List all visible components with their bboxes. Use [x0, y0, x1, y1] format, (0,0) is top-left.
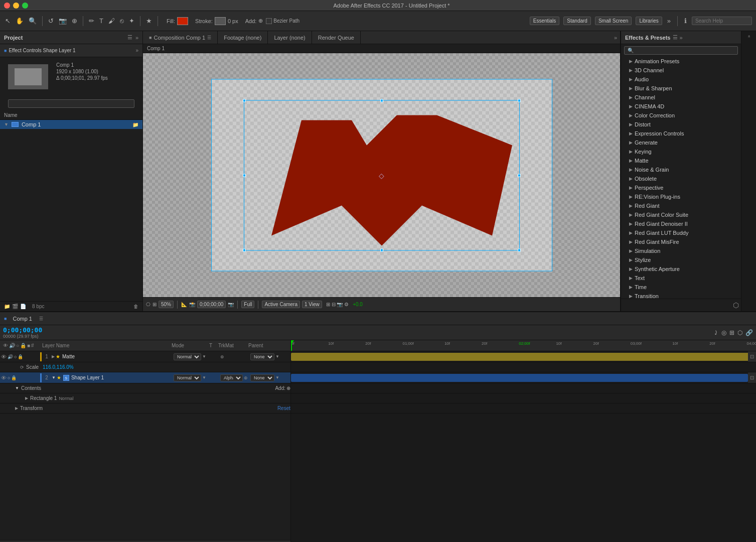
- effects-perspective[interactable]: ▶ Perspective: [621, 183, 741, 192]
- effects-distort[interactable]: ▶ Distort: [621, 120, 741, 129]
- timeline-ctrl-2[interactable]: ◎: [721, 329, 726, 336]
- camera-icon[interactable]: 📷: [228, 302, 234, 307]
- selection-tool-icon[interactable]: ↖: [4, 16, 12, 26]
- timeline-search-input[interactable]: [44, 330, 124, 335]
- effects-expand-icon[interactable]: »: [680, 35, 683, 41]
- pen-tool-icon[interactable]: ✏: [88, 16, 95, 26]
- project-item-comp1[interactable]: ▼ Comp 1 📁: [0, 120, 142, 129]
- effects-red-giant-color-suite[interactable]: ▶ Red Giant Color Suite: [621, 210, 741, 219]
- comp1-folder-icon[interactable]: 📁: [132, 122, 138, 127]
- small-screen-button[interactable]: Small Screen: [595, 17, 632, 25]
- layer1-parent-arrow[interactable]: ▼: [275, 354, 279, 359]
- effects-synthetic-aperture[interactable]: ▶ Synthetic Aperture: [621, 264, 741, 274]
- tab-render-queue[interactable]: Render Queue: [312, 31, 361, 44]
- handle-bottom-right[interactable]: [518, 248, 521, 251]
- effects-stylize[interactable]: ▶ Stylize: [621, 255, 741, 264]
- project-expand-icon[interactable]: »: [135, 35, 138, 41]
- effects-red-giant-misfire[interactable]: ▶ Red Giant MisFire: [621, 237, 741, 246]
- project-new-comp-icon[interactable]: 🎬: [12, 304, 18, 309]
- handle-top-left[interactable]: [243, 99, 246, 102]
- timecode-display[interactable]: 0;00;00;00: [197, 301, 226, 308]
- snap-icon[interactable]: 📐: [181, 302, 187, 307]
- time-display[interactable]: 0;00;00;00: [3, 326, 42, 334]
- layer-row-1[interactable]: 👁 🔊 ○ 🔒 1 ▶ ★ Matte Normal: [0, 351, 290, 362]
- effects-obsolete[interactable]: ▶ Obsolete: [621, 174, 741, 183]
- timeline-ctrl-1[interactable]: ⤸: [713, 329, 718, 336]
- viewer-area[interactable]: ◇: [143, 53, 620, 297]
- handle-bottom-left[interactable]: [243, 248, 246, 251]
- essentials-button[interactable]: Essentials: [530, 17, 560, 25]
- timeline-ctrl-3[interactable]: ⊞: [729, 329, 734, 336]
- text-tool-icon[interactable]: T: [98, 16, 104, 26]
- layer1-mode-arrow[interactable]: ▼: [202, 354, 206, 359]
- layer2-mode-select[interactable]: Normal: [174, 374, 201, 381]
- comp-tab-composition[interactable]: ■ Composition Comp 1 ☰: [143, 31, 218, 44]
- effects-blur-sharpen[interactable]: ▶ Blur & Sharpen: [621, 84, 741, 93]
- layer2-contents-row[interactable]: ▼ Contents Add: ⊕: [0, 383, 290, 393]
- rotate-tool-icon[interactable]: ↺: [47, 16, 55, 26]
- effects-revision-plugins[interactable]: ▶ RE:Vision Plug-ins: [621, 192, 741, 201]
- minimize-button[interactable]: [13, 3, 19, 9]
- workspace-expand-icon[interactable]: »: [666, 16, 672, 26]
- add-plus-icon[interactable]: ⊕: [286, 385, 290, 391]
- timeline-menu-icon[interactable]: ☰: [39, 316, 43, 321]
- effects-simulation[interactable]: ▶ Simulation: [621, 246, 741, 255]
- stamp-tool-icon[interactable]: ⎋: [119, 16, 125, 26]
- layer2-expand[interactable]: ▼: [52, 375, 56, 380]
- layer-row-2[interactable]: 👁 ○ 🔒 2 ▼ ★ S Shape Layer 1 Normal: [0, 372, 290, 383]
- handle-top-center[interactable]: [380, 99, 383, 102]
- puppet-tool-icon[interactable]: ✦: [128, 16, 135, 26]
- handle-top-right[interactable]: [518, 99, 521, 102]
- zoom-dropdown[interactable]: 50%: [159, 301, 174, 308]
- grid-icon[interactable]: ⊞: [153, 302, 157, 307]
- add-icon[interactable]: ⊕: [258, 18, 263, 24]
- standard-button[interactable]: Standard: [563, 17, 591, 25]
- bezier-path-button[interactable]: Bezier Path: [266, 18, 299, 24]
- project-search-input[interactable]: [8, 99, 134, 108]
- layer2-lock[interactable]: 🔒: [11, 375, 17, 380]
- layer2-trkmat-select[interactable]: Alpha: [220, 374, 243, 381]
- fill-color-swatch[interactable]: [177, 17, 188, 25]
- project-menu-icon[interactable]: ☰: [127, 34, 132, 41]
- camera-tool-icon[interactable]: 📷: [58, 16, 68, 26]
- effects-cinema4d[interactable]: ▶ CINEMA 4D: [621, 102, 741, 111]
- effects-matte[interactable]: ▶ Matte: [621, 156, 741, 165]
- layer1-eye[interactable]: 👁: [1, 354, 7, 360]
- pan-tool-icon[interactable]: ⊕: [71, 16, 78, 26]
- brush-tool-icon[interactable]: 🖌: [107, 16, 116, 26]
- camera-view-dropdown[interactable]: Active Camera: [262, 301, 300, 308]
- effects-bottom-icon[interactable]: ⬡: [733, 301, 739, 309]
- handle-middle-right[interactable]: [518, 174, 521, 177]
- effects-menu-icon[interactable]: ☰: [673, 34, 678, 41]
- project-new-item-icon[interactable]: 📄: [20, 304, 26, 309]
- timeline-ctrl-4[interactable]: ⬡: [737, 329, 742, 336]
- effects-red-giant-denoiser[interactable]: ▶ Red Giant Denoiser II: [621, 219, 741, 228]
- contents-expand[interactable]: ▼: [15, 386, 19, 390]
- layer1-parent-select[interactable]: None: [250, 353, 274, 360]
- effects-expression-controls[interactable]: ▶ Expression Controls: [621, 129, 741, 138]
- zoom-tool-icon[interactable]: 🔍: [28, 16, 38, 26]
- layer2-transform-row[interactable]: ▶ Transform Reset: [0, 403, 290, 414]
- layer1-lock[interactable]: 🔒: [18, 354, 23, 359]
- shape-tool-icon[interactable]: ★: [145, 16, 153, 26]
- effects-keying[interactable]: ▶ Keying: [621, 147, 741, 156]
- info-icon[interactable]: ℹ: [683, 16, 688, 26]
- view-count-dropdown[interactable]: 1 View: [302, 301, 322, 308]
- effects-red-giant-lut[interactable]: ▶ Red Giant LUT Buddy: [621, 228, 741, 237]
- effects-transition[interactable]: ▶ Transition: [621, 292, 741, 299]
- layer1-mode-select[interactable]: Normal: [174, 353, 201, 360]
- time-display-area[interactable]: 0;00;00;00 00000 (29.97 fps): [3, 326, 42, 339]
- tab-layer-none[interactable]: Layer (none): [268, 31, 312, 44]
- bezier-checkbox[interactable]: [266, 18, 272, 24]
- effects-animation-presets[interactable]: ▶ Animation Presets: [621, 57, 741, 66]
- bpc-display[interactable]: 8 bpc: [32, 304, 44, 309]
- effects-time[interactable]: ▶ Time: [621, 283, 741, 292]
- layer2-mode-arrow[interactable]: ▼: [202, 375, 206, 380]
- effects-audio[interactable]: ▶ Audio: [621, 75, 741, 84]
- project-new-folder-icon[interactable]: 📁: [4, 304, 10, 309]
- track-bar-1[interactable]: ⊡: [291, 351, 756, 362]
- pixel-icon[interactable]: 📸: [189, 302, 195, 307]
- close-button[interactable]: [4, 3, 10, 9]
- timeline-ruler[interactable]: 0f 10f 20f 01;00f 10f 20f 02;00f 10f 20f…: [291, 340, 756, 351]
- layer2-eye[interactable]: 👁: [1, 375, 7, 381]
